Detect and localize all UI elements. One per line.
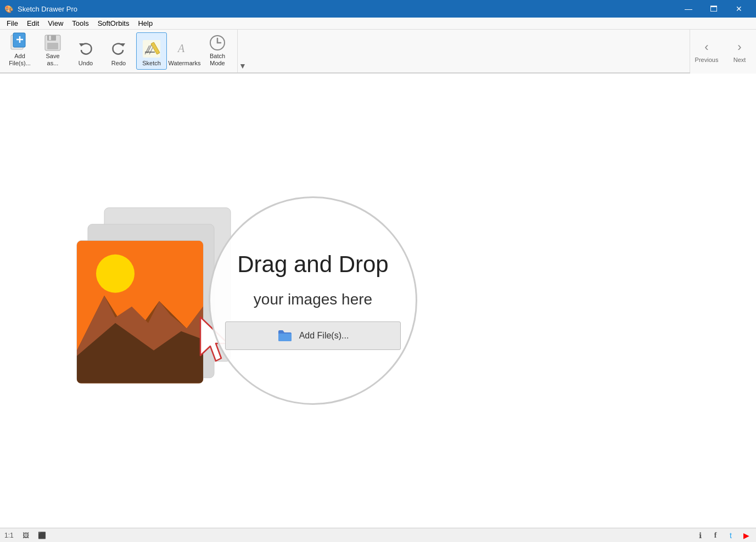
drop-zone-circle[interactable]: Drag and Drop your images here Add File(… xyxy=(209,196,417,405)
illustrations-wrapper: Drag and Drop your images here Add File(… xyxy=(0,74,756,528)
undo-label: Undo xyxy=(79,60,93,67)
batch-icon xyxy=(208,34,227,52)
app-name: Sketch Drawer Pro xyxy=(18,5,77,13)
drag-drop-sub: your images here xyxy=(254,291,372,308)
batch-mode-label: BatchMode xyxy=(210,53,225,67)
svg-point-27 xyxy=(96,255,135,293)
menu-help[interactable]: Help xyxy=(133,18,157,30)
watermarks-icon: A xyxy=(175,39,194,59)
info-button[interactable]: ℹ xyxy=(695,530,705,541)
batch-mode-button[interactable]: BatchMode xyxy=(202,32,233,70)
svg-text:A: A xyxy=(177,42,185,54)
previous-button[interactable]: ‹ Previous xyxy=(690,30,723,74)
undo-button[interactable]: Undo xyxy=(70,32,101,70)
undo-icon xyxy=(76,39,96,59)
ribbon-expand-icon[interactable]: ▼ xyxy=(238,30,248,72)
add-files-label: Add File(s)... xyxy=(299,331,349,341)
youtube-icon[interactable]: ▶ xyxy=(741,530,752,541)
add-files-button[interactable]: Add File(s)... xyxy=(225,321,401,350)
next-arrow-icon: › xyxy=(737,40,741,54)
redo-label: Redo xyxy=(111,60,126,67)
watermarks-button[interactable]: A Watermarks xyxy=(169,32,200,70)
zoom-level: 1:1 xyxy=(4,532,14,539)
save-as-label: Saveas... xyxy=(46,53,59,67)
maximize-button[interactable]: 🗖 xyxy=(701,0,726,18)
title-bar-left: 🎨 Sketch Drawer Pro xyxy=(4,5,77,13)
add-file-label: AddFile(s)... xyxy=(9,53,31,67)
drag-drop-title: Drag and Drop xyxy=(237,251,388,278)
redo-icon xyxy=(109,39,128,59)
sketch-label: Sketch xyxy=(142,60,161,67)
status-right: ℹ f t ▶ xyxy=(695,530,752,541)
title-bar-controls: — 🗖 ✕ xyxy=(676,0,752,18)
menu-view[interactable]: View xyxy=(43,18,68,30)
minimize-button[interactable]: — xyxy=(676,0,701,18)
menu-tools[interactable]: Tools xyxy=(68,18,93,30)
app-logo: 🎨 xyxy=(4,5,13,13)
menu-edit[interactable]: Edit xyxy=(23,18,43,30)
previous-arrow-icon: ‹ xyxy=(704,40,708,54)
menu-file[interactable]: File xyxy=(2,18,23,30)
ribbon-nav: ‹ Previous › Next xyxy=(690,30,756,72)
menu-softorbits[interactable]: SoftOrbits xyxy=(93,18,134,30)
ribbon-main-section: AddFile(s)... Saveas... Un xyxy=(0,30,238,72)
watermarks-label: Watermarks xyxy=(169,60,201,67)
title-bar: 🎨 Sketch Drawer Pro — 🗖 ✕ xyxy=(0,0,756,18)
status-bar: 1:1 🖼 ⬛ ℹ f t ▶ xyxy=(0,528,756,542)
save-as-button[interactable]: Saveas... xyxy=(37,32,68,70)
info-icon: ⬛ xyxy=(38,532,46,539)
add-file-icon xyxy=(10,32,30,52)
add-file-button[interactable]: AddFile(s)... xyxy=(4,32,35,70)
next-button[interactable]: › Next xyxy=(723,30,756,74)
svg-rect-6 xyxy=(47,43,58,49)
folder-icon xyxy=(277,329,293,342)
svg-rect-5 xyxy=(47,35,56,41)
twitter-icon[interactable]: t xyxy=(725,530,736,541)
sketch-button[interactable]: Sketch xyxy=(136,32,167,70)
menu-bar: File Edit View Tools SoftOrbits Help xyxy=(0,18,756,30)
svg-rect-7 xyxy=(49,36,51,40)
close-button[interactable]: ✕ xyxy=(726,0,752,18)
sketch-icon xyxy=(142,39,161,59)
main-content: Drag and Drop your images here Add File(… xyxy=(0,74,756,528)
next-label: Next xyxy=(733,57,746,63)
status-left: 1:1 🖼 ⬛ xyxy=(4,532,46,539)
image-status-icon: 🖼 xyxy=(23,532,29,539)
redo-button[interactable]: Redo xyxy=(103,32,134,70)
previous-label: Previous xyxy=(695,57,719,63)
save-icon xyxy=(43,34,63,52)
facebook-icon[interactable]: f xyxy=(710,530,721,541)
ribbon: AddFile(s)... Saveas... Un xyxy=(0,30,756,74)
